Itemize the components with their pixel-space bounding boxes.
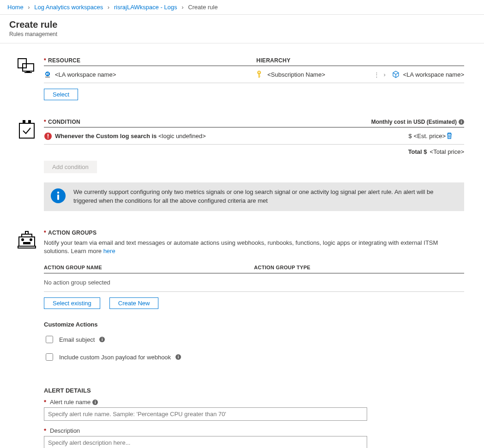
email-subject-row[interactable]: Email subject i (44, 333, 464, 346)
action-groups-icon (9, 230, 44, 250)
info-icon[interactable]: i (175, 354, 181, 360)
price-prefix: $ (408, 133, 411, 139)
condition-heading: CONDITION (48, 119, 80, 125)
svg-rect-6 (48, 73, 48, 75)
svg-rect-11 (260, 76, 260, 77)
subscription-name: <Subscription Name> (267, 71, 325, 78)
alert-icon (44, 132, 51, 139)
json-payload-row[interactable]: Include custom Json payload for webhook … (44, 350, 464, 364)
workspace-name: <LA workspace name> (403, 71, 464, 78)
resource-heading: RESOURCE (48, 57, 80, 64)
ag-col-type: ACTION GROUP TYPE (254, 265, 464, 270)
resource-name: <LA workspace name> (55, 71, 116, 78)
est-price: <Est. price> (414, 133, 446, 139)
page-header: Create rule Rules management (0, 15, 484, 43)
key-icon (256, 71, 264, 78)
learn-more-link[interactable]: here (103, 248, 115, 254)
cost-heading: Monthly cost in USD (Estimated) (371, 119, 457, 125)
info-box: We currently support configuring only tw… (44, 182, 464, 211)
section-resource: *RESOURCE HIERARCHY <LA workspace name> … (9, 57, 475, 100)
info-icon[interactable]: i (99, 337, 105, 342)
total-price: <Total price> (430, 148, 464, 155)
breadcrumb-current: Create rule (188, 4, 218, 11)
add-condition-button: Add condition (44, 161, 97, 173)
svg-rect-21 (19, 237, 35, 246)
alert-rule-name-input[interactable] (44, 407, 367, 421)
breadcrumb: Home › Log Analytics workspaces › risraj… (0, 0, 484, 15)
ellipsis-icon: ⋮ (374, 71, 380, 78)
svg-rect-17 (48, 138, 48, 139)
page-title: Create rule (9, 19, 475, 30)
svg-rect-26 (18, 246, 36, 248)
svg-rect-20 (57, 194, 59, 200)
email-subject-label: Email subject (59, 336, 95, 343)
json-payload-label: Include custom Json payload for webhook (59, 354, 171, 361)
condition-text-prefix: Whenever the Custom log search is (55, 133, 158, 139)
json-payload-checkbox[interactable] (46, 353, 53, 361)
chevron-right-icon: › (28, 4, 30, 11)
info-icon[interactable]: i (92, 400, 98, 405)
alert-desc-label: Description (50, 427, 80, 434)
info-icon[interactable]: i (459, 119, 464, 125)
svg-rect-14 (29, 121, 30, 122)
hierarchy-heading: HIERARCHY (252, 57, 464, 64)
section-condition: *CONDITION Monthly cost in USD (Estimate… (9, 119, 475, 211)
chevron-right-icon: › (182, 4, 183, 11)
total-label: Total $ (408, 148, 427, 155)
svg-rect-3 (24, 72, 32, 73)
section-action-groups: *ACTION GROUPS Notify your team via emai… (9, 230, 475, 448)
alert-details-heading: ALERT DETAILS (44, 387, 464, 394)
alert-description-input[interactable] (44, 436, 367, 448)
svg-point-9 (259, 72, 260, 73)
alert-name-label: Alert rule name (50, 399, 91, 406)
chevron-right-icon: › (108, 4, 109, 11)
select-resource-button[interactable]: Select (44, 89, 78, 100)
create-new-button[interactable]: Create New (109, 297, 159, 309)
page-subtitle: Rules management (9, 31, 475, 37)
breadcrumb-workspaces[interactable]: Log Analytics workspaces (34, 4, 103, 11)
workspace-icon (44, 71, 51, 78)
svg-rect-10 (259, 74, 260, 78)
chevron-right-icon: › (383, 71, 385, 78)
condition-logic: <logic undefined> (158, 133, 206, 139)
action-groups-heading: ACTION GROUPS (48, 230, 97, 236)
info-text: We currently support configuring only tw… (73, 188, 458, 206)
svg-rect-25 (25, 231, 28, 234)
delete-condition-button[interactable] (446, 132, 464, 139)
svg-point-22 (22, 239, 24, 241)
svg-rect-13 (23, 121, 25, 122)
svg-rect-5 (46, 73, 47, 75)
svg-point-19 (57, 192, 59, 194)
select-existing-button[interactable]: Select existing (44, 297, 100, 309)
resource-icon (9, 57, 44, 75)
customize-actions-heading: Customize Actions (44, 321, 464, 328)
condition-icon (9, 119, 44, 140)
info-circle-icon (50, 188, 66, 204)
svg-rect-16 (48, 134, 48, 137)
svg-point-23 (30, 239, 32, 241)
ag-col-name: ACTION GROUP NAME (44, 265, 254, 270)
svg-rect-2 (26, 71, 30, 72)
svg-rect-12 (19, 123, 34, 138)
cube-icon (392, 71, 399, 78)
ag-empty-row: No action group selected (44, 273, 464, 292)
breadcrumb-logs[interactable]: risrajLAWkspace - Logs (114, 4, 177, 11)
breadcrumb-home[interactable]: Home (7, 4, 24, 11)
email-subject-checkbox[interactable] (46, 336, 53, 343)
svg-rect-24 (24, 242, 30, 244)
svg-rect-7 (45, 77, 50, 78)
